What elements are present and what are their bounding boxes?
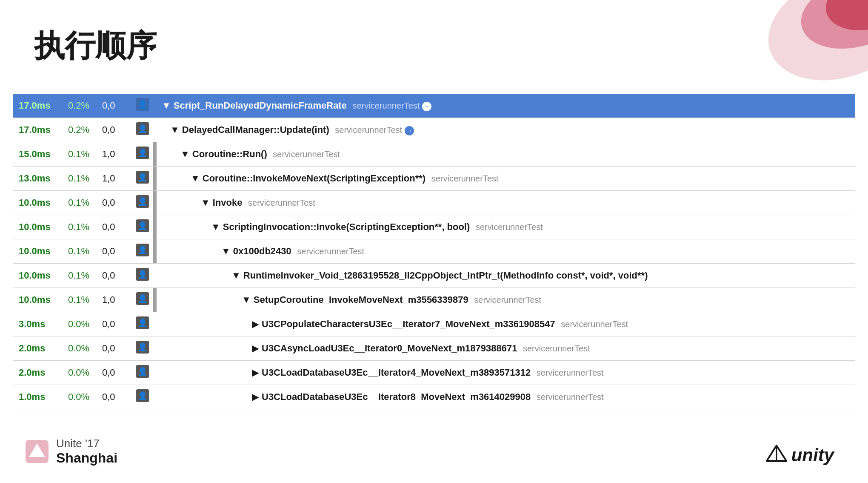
col-pct: 0.0% xyxy=(64,385,98,409)
person-icon xyxy=(136,341,149,354)
col-time: 17.0ms xyxy=(13,118,64,142)
col-num: 0,0 xyxy=(98,94,132,118)
col-func-name: ▼Invoke servicerunnerTest xyxy=(157,191,855,215)
col-person-icon xyxy=(132,94,153,118)
footer-event: Unite '17 xyxy=(56,437,117,450)
table-row[interactable]: 13.0ms0.1%1,0▼Coroutine::InvokeMoveNext(… xyxy=(13,167,855,191)
col-num: 0,0 xyxy=(98,118,132,142)
col-func-name: ▶U3CAsyncLoadU3Ec__Iterator0_MoveNext_m1… xyxy=(157,336,855,361)
svg-point-1 xyxy=(793,0,868,60)
func-module-label: servicerunnerTest xyxy=(429,174,498,183)
func-prefix-icon: ▼ xyxy=(180,149,190,159)
func-name-label: DelayedCallManager::Update(int) xyxy=(182,124,329,135)
table-row[interactable]: 1.0ms0.0%0,0▶U3CLoadDatabaseU3Ec__Iterat… xyxy=(13,385,855,409)
col-pct: 0.0% xyxy=(64,312,98,336)
col-bar xyxy=(153,94,157,118)
func-name-label: RuntimeInvoker_Void_t2863195528_Il2CppOb… xyxy=(243,270,648,281)
col-pct: 0.1% xyxy=(64,167,98,191)
table-row[interactable]: 17.0ms0.2%0,0▼Script_RunDelayedDynamicFr… xyxy=(13,94,855,118)
table-row[interactable]: 10.0ms0.1%0,0▼Invoke servicerunnerTest xyxy=(13,191,855,215)
func-prefix-icon: ▼ xyxy=(231,270,241,281)
func-name-label: U3CLoadDatabaseU3Ec__Iterator8_MoveNext_… xyxy=(262,391,531,402)
func-module-label: servicerunnerTest xyxy=(295,247,364,256)
col-func-name: ▼0x100db2430 servicerunnerTest xyxy=(157,239,855,264)
func-name-label: U3CAsyncLoadU3Ec__Iterator0_MoveNext_m18… xyxy=(262,343,517,354)
func-prefix-icon: ▼ xyxy=(211,221,220,232)
table-row[interactable]: 17.0ms0.2%0,0▼DelayedCallManager::Update… xyxy=(13,118,855,142)
col-person-icon xyxy=(132,264,153,288)
col-person-icon xyxy=(132,312,153,336)
page-title: 执行顺序 xyxy=(34,26,157,66)
col-person-icon xyxy=(132,288,153,312)
person-icon xyxy=(136,365,149,378)
func-module-label: servicerunnerTest xyxy=(473,222,542,232)
col-person-icon xyxy=(132,142,153,167)
col-person-icon xyxy=(132,118,153,142)
svg-point-0 xyxy=(753,0,868,94)
col-time: 15.0ms xyxy=(13,142,64,167)
func-prefix-icon: ▼ xyxy=(221,246,231,256)
col-num: 0,0 xyxy=(98,239,132,264)
col-bar xyxy=(153,264,157,288)
nav-arrow-icon[interactable]: → xyxy=(422,102,431,111)
func-prefix-icon: ▼ xyxy=(191,173,200,184)
col-time: 17.0ms xyxy=(13,94,64,118)
person-icon xyxy=(136,219,149,232)
col-pct: 0.1% xyxy=(64,142,98,167)
func-name-label: 0x100db2430 xyxy=(233,246,291,256)
func-module-label: servicerunnerTest xyxy=(534,368,603,377)
col-time: 10.0ms xyxy=(13,215,64,239)
func-prefix-icon: ▶ xyxy=(252,367,259,378)
func-prefix-icon: ▼ xyxy=(201,197,210,208)
col-bar xyxy=(153,118,157,142)
person-icon xyxy=(136,98,149,111)
col-func-name: ▼Coroutine::Run() servicerunnerTest xyxy=(157,142,855,167)
col-bar xyxy=(153,167,157,191)
svg-point-2 xyxy=(822,0,868,36)
func-name-label: Invoke xyxy=(213,197,243,208)
func-prefix-icon: ▶ xyxy=(252,343,259,354)
col-bar xyxy=(153,361,157,385)
col-person-icon xyxy=(132,191,153,215)
col-num: 1,0 xyxy=(98,288,132,312)
func-name-label: Coroutine::InvokeMoveNext(ScriptingExcep… xyxy=(203,173,425,184)
col-time: 1.0ms xyxy=(13,385,64,409)
col-time: 13.0ms xyxy=(13,167,64,191)
profiler-data-table: 17.0ms0.2%0,0▼Script_RunDelayedDynamicFr… xyxy=(13,94,855,409)
table-row[interactable]: 2.0ms0.0%0,0▶U3CAsyncLoadU3Ec__Iterator0… xyxy=(13,336,855,361)
col-person-icon xyxy=(132,167,153,191)
func-name-label: U3CLoadDatabaseU3Ec__Iterator4_MoveNext_… xyxy=(262,367,531,378)
col-pct: 0.1% xyxy=(64,239,98,264)
col-pct: 0.1% xyxy=(64,288,98,312)
col-num: 0,0 xyxy=(98,191,132,215)
col-time: 10.0ms xyxy=(13,239,64,264)
func-module-label: servicerunnerTest xyxy=(271,150,340,159)
table-row[interactable]: 10.0ms0.1%0,0▼ScriptingInvocation::Invok… xyxy=(13,215,855,239)
table-row[interactable]: 3.0ms0.0%0,0▶U3CPopulateCharactersU3Ec__… xyxy=(13,312,855,336)
col-person-icon xyxy=(132,336,153,361)
func-prefix-icon: ▶ xyxy=(252,319,259,329)
col-bar xyxy=(153,312,157,336)
table-row[interactable]: 10.0ms0.1%0,0▼0x100db2430 servicerunnerT… xyxy=(13,239,855,264)
col-pct: 0.0% xyxy=(64,361,98,385)
col-num: 0,0 xyxy=(98,361,132,385)
person-icon xyxy=(136,122,149,135)
func-module-label: servicerunnerTest xyxy=(534,392,603,402)
col-person-icon xyxy=(132,385,153,409)
table-row[interactable]: 15.0ms0.1%1,0▼Coroutine::Run() serviceru… xyxy=(13,142,855,167)
col-func-name: ▼SetupCoroutine_InvokeMoveNext_m35563398… xyxy=(157,288,855,312)
col-bar xyxy=(153,288,157,312)
col-pct: 0.1% xyxy=(64,264,98,288)
col-func-name: ▼Script_RunDelayedDynamicFrameRate servi… xyxy=(157,94,855,118)
col-func-name: ▶U3CLoadDatabaseU3Ec__Iterator8_MoveNext… xyxy=(157,385,855,409)
col-pct: 0.0% xyxy=(64,336,98,361)
table-row[interactable]: 10.0ms0.1%0,0▼RuntimeInvoker_Void_t28631… xyxy=(13,264,855,288)
col-person-icon xyxy=(132,361,153,385)
col-pct: 0.1% xyxy=(64,215,98,239)
table-row[interactable]: 10.0ms0.1%1,0▼SetupCoroutine_InvokeMoveN… xyxy=(13,288,855,312)
func-prefix-icon: ▼ xyxy=(242,294,251,305)
table-row[interactable]: 2.0ms0.0%0,0▶U3CLoadDatabaseU3Ec__Iterat… xyxy=(13,361,855,385)
col-func-name: ▼ScriptingInvocation::Invoke(ScriptingEx… xyxy=(157,215,855,239)
func-name-label: Script_RunDelayedDynamicFrameRate xyxy=(174,100,347,111)
nav-arrow-icon[interactable]: → xyxy=(405,126,414,135)
